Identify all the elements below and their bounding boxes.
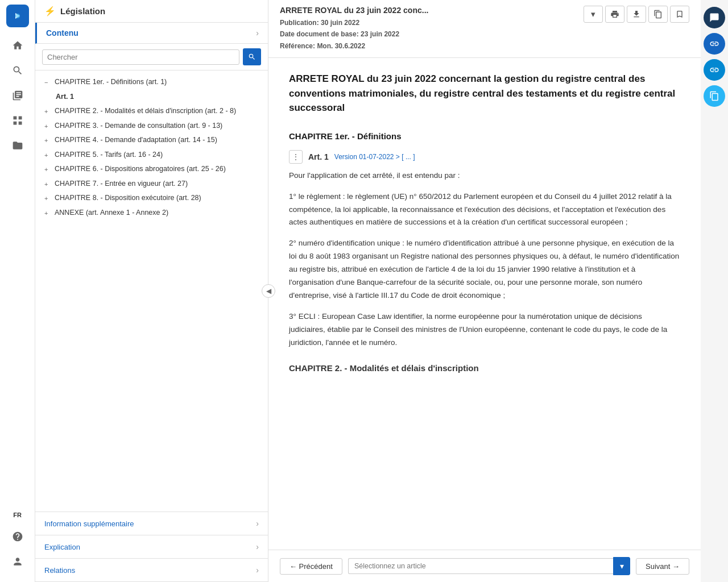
toc-item[interactable]: +CHAPITRE 8. - Disposition exécutoire (a… [35,191,268,206]
chapter1-title: CHAPITRE 1er. - Définitions [289,131,680,141]
toc-item[interactable]: +CHAPITRE 3. - Demande de consultation (… [35,119,268,134]
doc-title-short: ARRETE ROYAL du 23 juin 2022 conc... [280,6,428,15]
article1-p2: 2° numéro d'identification unique : le n… [289,237,680,302]
folder-button[interactable] [6,134,29,157]
article1-menu-button[interactable]: ⋮ [289,150,303,164]
contenu-label: Contenu [46,28,78,38]
library-button[interactable] [6,84,29,107]
link1-button[interactable] [704,33,725,55]
doc-header: ARRETE ROYAL du 23 juin 2022 conc... Pub… [268,0,701,58]
svg-point-1 [15,14,20,18]
share-button[interactable] [648,6,668,23]
right-panel [701,0,728,582]
toc-item[interactable]: +CHAPITRE 6. - Dispositions abrogatoires… [35,162,268,177]
contenu-chevron-icon: › [256,28,259,38]
toc-item[interactable]: −CHAPITRE 1er. - Définitions (art. 1) [35,75,268,90]
footer-chevron-icon: › [256,519,259,528]
sidebar-footer-item[interactable]: Relations› [35,559,268,582]
doc-body: ARRETE ROYAL du 23 juin 2022 concernant … [268,58,701,550]
toc-item[interactable]: +CHAPITRE 5. - Tarifs (art. 16 - 24) [35,148,268,163]
article1-label: Art. 1 [308,152,329,161]
doc-toolbar: ▾ [584,6,689,23]
footer-item-label: Information supplémentaire [44,519,134,528]
base-date-label: Date document de base: [280,30,359,38]
next-button[interactable]: Suivant → [636,558,689,575]
footer-item-label: Explication [44,543,80,551]
sidebar: ⚡ Législation Contenu › −CHAPITRE 1er. -… [35,0,268,582]
home-button[interactable] [6,34,29,57]
article1-version[interactable]: Version 01-07-2022 > [ ... ] [334,153,415,161]
dropdown-button[interactable]: ▾ [584,6,603,23]
article-select-arrow[interactable]: ▾ [613,557,630,575]
article-select-wrapper: ▾ [348,557,630,575]
logo-button[interactable] [6,5,29,27]
toc-item[interactable]: +CHAPITRE 2. - Modalités et délais d'ins… [35,104,268,119]
link2-button[interactable] [704,59,725,81]
search-input[interactable] [42,49,239,65]
reference: Mon. 30.6.2022 [317,42,365,50]
search-row [35,44,268,70]
article1-p3: 3° ECLI : European Case Law identifier, … [289,310,680,350]
doc-title-block: ARRETE ROYAL du 23 juin 2022 conc... Pub… [280,6,428,52]
base-date: 23 juin 2022 [361,30,399,38]
user-button[interactable] [6,550,29,573]
language-selector[interactable]: FR [6,507,29,523]
doc-main-title: ARRETE ROYAL du 23 juin 2022 concernant … [289,72,680,115]
reference-label: Référence: [280,42,315,50]
icon-bar: FR [0,0,35,582]
article1-header: ⋮ Art. 1 Version 01-07-2022 > [ ... ] [289,150,680,164]
doc-footer: ← Précédent ▾ Suivant → [268,550,701,582]
chat-button[interactable] [704,7,725,28]
toc-item[interactable]: +CHAPITRE 4. - Demande d'adaptation (art… [35,133,268,148]
sidebar-collapse-button[interactable]: ◀ [262,284,275,298]
article1-block: ⋮ Art. 1 Version 01-07-2022 > [ ... ] Po… [289,150,680,350]
sidebar-title: Législation [60,6,105,16]
print-button[interactable] [605,6,624,23]
chapter2-title: CHAPITRE 2. - Modalités et délais d'insc… [289,363,680,373]
sidebar-footer-item[interactable]: Information supplémentaire› [35,512,268,535]
search-button[interactable] [6,59,29,82]
publication-date: 30 juin 2022 [321,19,359,27]
prev-button[interactable]: ← Précédent [280,558,342,575]
toc-item[interactable]: Art. 1 [35,90,268,105]
article1-intro: Pour l'application de cet arrêté, il est… [289,169,680,182]
copy-button[interactable] [704,85,725,107]
grid-button[interactable] [6,109,29,132]
search-button[interactable] [243,48,261,65]
article-select-input[interactable] [348,558,613,574]
footer-chevron-icon: › [256,566,259,575]
lightning-icon: ⚡ [44,6,56,16]
help-button[interactable] [6,525,29,548]
publication-label: Publication: [280,19,319,27]
toc-item[interactable]: +CHAPITRE 7. - Entrée en vigueur (art. 2… [35,177,268,192]
toc-list: −CHAPITRE 1er. - Définitions (art. 1)Art… [35,70,268,512]
contenu-row[interactable]: Contenu › [35,23,268,44]
bookmark-button[interactable] [670,6,689,23]
sidebar-footer: Information supplémentaire›Explication›R… [35,512,268,582]
sidebar-header: ⚡ Législation [35,0,268,23]
doc-meta: Publication: 30 juin 2022 Date document … [280,17,428,52]
footer-chevron-icon: › [256,542,259,551]
main-content: ARRETE ROYAL du 23 juin 2022 conc... Pub… [268,0,701,582]
sidebar-footer-item[interactable]: Explication› [35,535,268,559]
download-button[interactable] [627,6,646,23]
article1-p1: 1° le règlement : le règlement (UE) n° 6… [289,190,680,230]
toc-item[interactable]: +ANNEXE (art. Annexe 1 - Annexe 2) [35,206,268,221]
footer-item-label: Relations [44,566,75,575]
